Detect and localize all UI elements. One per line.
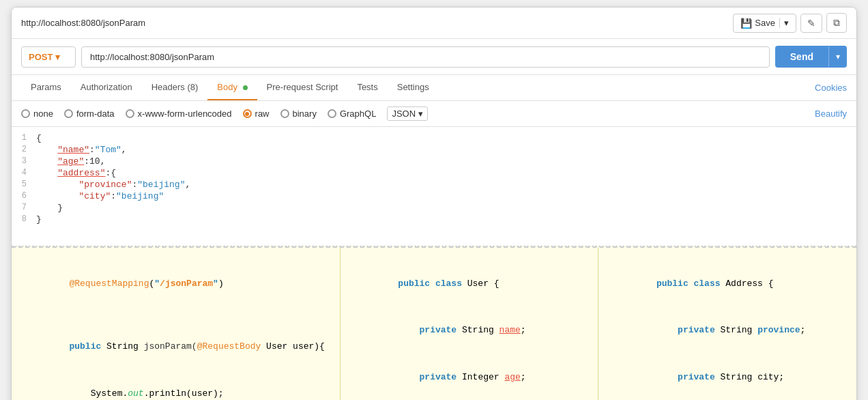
method-label: POST [29, 52, 53, 62]
code-field-city: private String city; [613, 355, 841, 400]
code-class-user: public class User { [356, 261, 583, 306]
tab-body[interactable]: Body [207, 75, 257, 100]
code-editor[interactable]: 1 { 2 "name":"Tom", 3 "age":10, 4 "addre… [12, 127, 856, 246]
json-format-dropdown[interactable]: JSON ▾ [387, 106, 428, 121]
tab-settings[interactable]: Settings [388, 75, 439, 100]
bottom-panels: @RequestMapping("/jsonParam") public Str… [12, 246, 856, 400]
option-none[interactable]: none [21, 109, 53, 119]
beautify-button[interactable]: Beautify [815, 109, 847, 119]
main-window: http://localhost:8080/jsonParam 💾 Save ▾… [11, 7, 857, 400]
json-dropdown-chevron-icon: ▾ [418, 109, 423, 119]
edit-button[interactable]: ✎ [800, 14, 822, 33]
radio-graphql[interactable] [328, 109, 336, 118]
window-url: http://localhost:8080/jsonParam [21, 18, 145, 28]
option-form-data[interactable]: form-data [64, 109, 115, 119]
json-format-label: JSON [392, 109, 416, 119]
copy-button[interactable]: ⧉ [826, 13, 847, 33]
code-blank [27, 308, 325, 323]
code-method-sig: public String jsonParam(@RequestBody Use… [27, 324, 325, 369]
tab-tests[interactable]: Tests [347, 75, 387, 100]
code-line-8: 8 } [12, 214, 856, 225]
option-binary[interactable]: binary [280, 109, 317, 119]
radio-none[interactable] [21, 109, 30, 118]
code-line-4: 4 "address":{ [12, 167, 856, 179]
panel-user-class: public class User { private String name;… [341, 248, 599, 400]
save-chevron-icon: ▾ [779, 18, 789, 28]
tabs-bar: Params Authorization Headers (8) Body Pr… [12, 75, 856, 101]
code-field-name: private String name; [356, 308, 583, 353]
code-print: System.out.println(user); [27, 371, 325, 400]
cookies-link[interactable]: Cookies [815, 76, 847, 100]
tab-pre-request-script[interactable]: Pre-request Script [257, 75, 348, 100]
code-class-address: public class Address { [613, 261, 841, 306]
code-line-7: 7 } [12, 202, 856, 214]
save-button[interactable]: 💾 Save ▾ [733, 14, 796, 33]
code-field-province: private String province; [613, 308, 841, 353]
request-bar: POST ▾ Send ▾ [12, 39, 856, 75]
radio-x-www-form-urlencoded[interactable] [126, 109, 134, 118]
body-active-dot [243, 85, 248, 90]
method-select[interactable]: POST ▾ [21, 46, 76, 68]
send-main-button[interactable]: Send [775, 46, 828, 68]
tab-headers[interactable]: Headers (8) [142, 75, 208, 100]
send-chevron-button[interactable]: ▾ [828, 46, 847, 67]
tab-params[interactable]: Params [21, 75, 71, 100]
panel-address-class: public class Address { private String pr… [598, 248, 856, 400]
tab-authorization[interactable]: Authorization [71, 75, 142, 100]
title-bar: http://localhost:8080/jsonParam 💾 Save ▾… [12, 8, 856, 39]
panel-controller-code: @RequestMapping("/jsonParam") public Str… [12, 248, 341, 400]
radio-binary[interactable] [280, 109, 289, 118]
code-annotation: @RequestMapping("/jsonParam") [27, 261, 325, 306]
code-line-6: 6 "city":"beijing" [12, 190, 856, 202]
code-line-2: 2 "name":"Tom", [12, 144, 856, 156]
code-line-1: 1 { [12, 132, 856, 144]
code-line-3: 3 "age":10, [12, 156, 856, 167]
code-field-age: private Integer age; [356, 355, 583, 400]
save-icon: 💾 [740, 18, 752, 29]
option-raw[interactable]: raw [243, 109, 270, 119]
title-actions: 💾 Save ▾ ✎ ⧉ [733, 13, 847, 33]
code-line-5: 5 "province":"beijing", [12, 179, 856, 190]
option-graphql[interactable]: GraphQL [328, 109, 376, 119]
url-input[interactable] [81, 46, 770, 68]
option-x-www-form-urlencoded[interactable]: x-www-form-urlencoded [126, 109, 232, 119]
radio-form-data[interactable] [64, 109, 73, 118]
body-options-bar: none form-data x-www-form-urlencoded raw… [12, 101, 856, 127]
radio-raw[interactable] [243, 109, 252, 118]
send-button[interactable]: Send ▾ [775, 46, 847, 68]
method-chevron-icon: ▾ [55, 52, 60, 62]
